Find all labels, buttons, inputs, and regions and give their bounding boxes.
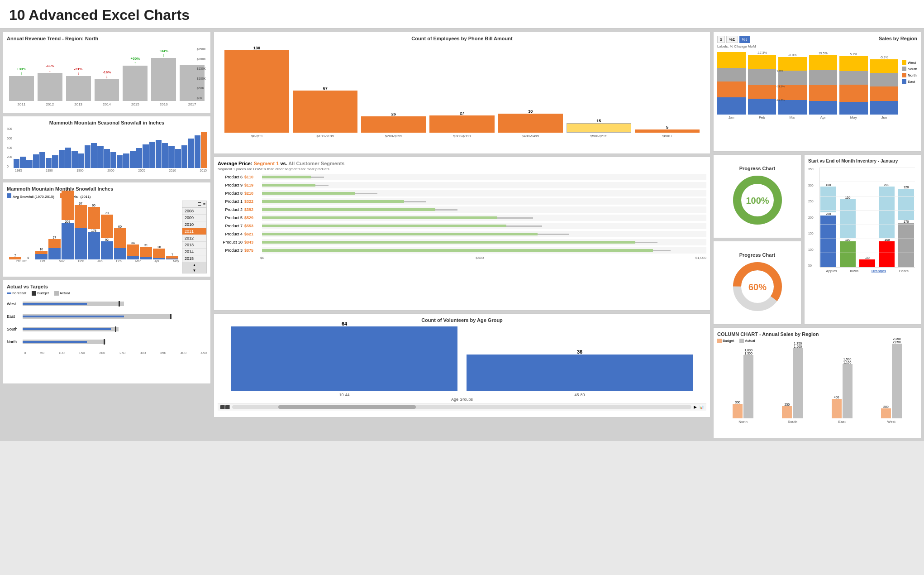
revenue-bar-2016: +34% ↑ 2016 [151, 49, 176, 106]
price-row-p5: Product 5 $529 [218, 215, 706, 221]
avg-price-seg2: All Customer Segments [288, 161, 344, 166]
sales-bar-feb: -17.3% -1.5% -33.2% [748, 51, 776, 120]
inv-label-oranges: Oranges [872, 269, 886, 273]
avg-price-title: Average Price: [218, 161, 252, 166]
price-row-p2: Product 2 $392 [218, 206, 706, 213]
phone-bar-500-599: 15 $500-$599 [567, 119, 631, 138]
chart-type-icon[interactable]: ⬛⬛ [220, 405, 230, 409]
targets-title: Actual vs Targets [7, 284, 207, 289]
sales-bar-jun: -5.3% Jun [870, 56, 899, 120]
annual-bar-west: 200 2,250 2,050 West [870, 337, 913, 424]
page-header: 10 Advanced Excel Charts [0, 0, 924, 29]
revenue-bar-2012: -11% ↓ 2012 [38, 64, 62, 106]
phone-bar-600plus: 5 $600+ [635, 125, 700, 138]
right-column: $ %Σ %↕ Labels: % Change MoM Sales by Re… [713, 32, 921, 438]
price-row-p9: Product 9 $119 [218, 182, 706, 188]
annual-bar-east: 400 1,500 1,100 East [821, 358, 863, 424]
filter-icon[interactable]: ☰ [198, 202, 201, 206]
revenue-bar-2014: -16% ↓ 2014 [95, 70, 119, 106]
progress-1-title: Progress Chart [739, 166, 775, 171]
sales-bar-jan: Jan [717, 52, 746, 120]
price-row-p3: Product 3 $875 [218, 247, 706, 254]
revenue-chart: Annual Revenue Trend - Region: North +33… [3, 32, 211, 113]
sales-labels-text: Labels: % Change MoM [717, 44, 756, 48]
vol-bar-10-44: 64 10-44 [231, 321, 457, 397]
year-scroll-up[interactable]: ▲ [182, 262, 206, 268]
annual-bar-south: 250 1,750 1,500 South [771, 342, 814, 424]
price-row-p8: Product 8 $210 [218, 190, 706, 196]
revenue-bar-2013: -31% ↓ 2013 [66, 67, 91, 106]
vol-bar-45-80: 36 45-80 [467, 349, 693, 397]
legend-box-north [902, 73, 906, 77]
inv-label-kiwis: Kiwis [850, 269, 858, 273]
year-selector[interactable]: ☰ ≡ 2008 2009 2010 2011 2012 2013 2014 2… [182, 201, 207, 273]
avg-price-seg1: Segment 1 [254, 161, 281, 166]
legend-box-south [902, 67, 906, 71]
price-row-p7: Product 7 $553 [218, 223, 706, 229]
snowfall-monthly-title: Mammoth Mountain Monthly Snowfall Inches [7, 186, 207, 192]
sales-btn-pct-sum[interactable]: %Σ [726, 36, 738, 43]
scrollbar[interactable] [232, 405, 691, 409]
year-scroll-down[interactable]: ▼ [182, 268, 206, 273]
inventory-title: Start vs End of Month Inventory - Januar… [808, 158, 917, 163]
phone-bill-title: Count of Employees by Phone Bill Amount [218, 36, 706, 41]
volunteers-chart: Count of Volunteers by Age Group 64 10-4… [214, 313, 710, 417]
volunteers-x-title: Age Groups [218, 397, 706, 402]
annual-bar-north: 300 1,600 1,300 North [722, 349, 764, 424]
price-row-p1: Product 1 $322 [218, 198, 706, 205]
progress-2-title: Progress Chart [739, 252, 775, 258]
inv-label-pears: Pears [899, 269, 909, 273]
chart-icon[interactable]: ≡ [203, 202, 205, 206]
scroll-right-icon[interactable]: ▶ [694, 405, 697, 409]
revenue-bar-2011: +33% ↑ 2011 [9, 67, 34, 106]
snowfall-seasonal-chart: Mammoth Mountain Seasonal Snowfall in In… [3, 116, 211, 179]
avg-price-subtitle: Segment 1 prices are LOWER than other se… [218, 167, 706, 171]
progress-column: Progress Chart 100% Progress Chart 60% [713, 154, 801, 325]
phone-bar-200-299: 26 $200-$299 [361, 112, 426, 138]
phone-bar-300-399: 27 $300-$399 [429, 111, 494, 138]
year-2010[interactable]: 2010 [182, 221, 206, 228]
label-preoct: Pre Oct [16, 259, 27, 263]
year-2013[interactable]: 2013 [182, 242, 206, 249]
donut-chart-1: 100% [730, 173, 785, 227]
inv-label-apples: Apples [826, 269, 837, 273]
sales-bar-may: 5.7% May [839, 53, 868, 120]
sales-legend: West South North East [902, 51, 917, 120]
snowfall-seasonal-title: Mammoth Mountain Seasonal Snowfall in In… [7, 120, 207, 125]
legend-box-west [902, 60, 906, 65]
phone-bill-chart: Count of Employees by Phone Bill Amount … [214, 32, 710, 154]
year-2015[interactable]: 2015 [182, 255, 206, 262]
dashboard: Annual Revenue Trend - Region: North +33… [0, 29, 924, 441]
price-row-p6: Product 6 $110 [218, 174, 706, 180]
svg-text:100%: 100% [746, 196, 769, 206]
phone-bar-0-99: 130 $0-$99 [224, 46, 289, 138]
left-column: Annual Revenue Trend - Region: North +33… [3, 32, 211, 438]
avg-price-chart: Average Price: Segment 1 vs. All Custome… [214, 157, 710, 311]
middle-column: Count of Employees by Phone Bill Amount … [214, 32, 710, 438]
inventory-chart: Start vs End of Month Inventory - Januar… [804, 154, 921, 325]
sales-btn-dollar[interactable]: $ [717, 36, 725, 43]
year-2014[interactable]: 2014 [182, 249, 206, 255]
year-2008[interactable]: 2008 [182, 208, 206, 215]
year-2009[interactable]: 2009 [182, 215, 206, 221]
price-row-p4: Product 4 $621 [218, 231, 706, 237]
phone-bar-100-199: 67 $100-$199 [293, 86, 357, 138]
year-2012[interactable]: 2012 [182, 235, 206, 242]
price-row-p10: Product 10 $843 [218, 239, 706, 245]
sales-region-title: Sales by Region [879, 36, 917, 41]
sales-bar-apr: 19.5% Apr [809, 52, 838, 120]
legend-box-east [902, 79, 906, 84]
sales-btn-pct-change[interactable]: %↕ [739, 36, 751, 43]
sales-region-chart: $ %Σ %↕ Labels: % Change MoM Sales by Re… [713, 32, 921, 152]
donut-chart-2: 60% [730, 259, 785, 314]
revenue-bar-2015: +50% ↑ 2015 [123, 57, 148, 106]
progress-chart-1: Progress Chart 100% [713, 154, 801, 238]
bar-chart-icon[interactable]: 📊 [699, 405, 704, 409]
progress-chart-2: Progress Chart 60% [713, 241, 801, 325]
snowfall-monthly-chart: Mammoth Mountain Monthly Snowfall Inches… [3, 182, 211, 277]
targets-chart: Actual vs Targets Forecast Budget Actual… [3, 280, 211, 384]
year-2011[interactable]: 2011 [182, 228, 206, 235]
page-title: 10 Advanced Excel Charts [9, 7, 915, 24]
phone-bar-400-499: 30 $400-$499 [498, 109, 563, 138]
annual-sales-title: COLUMN CHART - Annual Sales by Region [717, 331, 917, 337]
